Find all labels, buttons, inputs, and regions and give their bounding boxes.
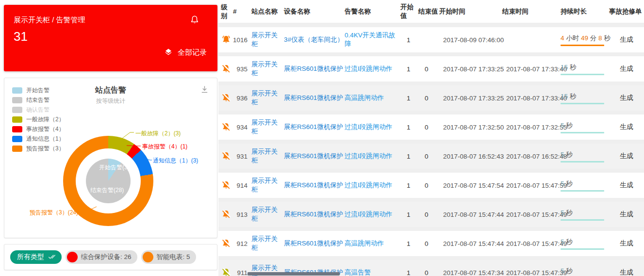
duration-text: 5 秒 [561, 267, 609, 276]
legend-item[interactable]: 确认告警 [12, 105, 65, 114]
table-row[interactable]: 914 展示开关柜 展柜RS601微机保护 过流I段跳闸动作 1 0 2017-… [218, 173, 644, 198]
site-link[interactable]: 展示开关柜 [251, 235, 278, 251]
filter-chip-all-types[interactable]: 所有类型 [10, 250, 62, 264]
alarm-name-link[interactable]: 高温告警 [345, 269, 371, 276]
legend-item[interactable]: 一般故障（2） [12, 114, 65, 124]
alarm-id: 935 [233, 65, 251, 73]
start-time: 2017-08-07 15:47:54 [439, 182, 502, 189]
double-check-icon [48, 253, 56, 262]
start-value: 1 [400, 65, 418, 73]
table-row[interactable]: 912 展示开关柜 展柜RS601微机保护 高温跳闸动作 1 0 2017-08… [218, 231, 644, 256]
device-link[interactable]: 展柜RS601微机保护 [284, 181, 343, 189]
generate-button[interactable]: 生成 [620, 239, 633, 247]
alarm-name-link[interactable]: 过流I段跳闸动作 [345, 123, 392, 130]
generate-button[interactable]: 生成 [620, 35, 633, 43]
device-link[interactable]: 展柜RS601微机保护 [284, 65, 343, 72]
duration-text: 15 秒 [561, 92, 609, 101]
generate-button[interactable]: 生成 [620, 268, 633, 276]
table-row[interactable]: 935 展示开关柜 展柜RS601微机保护 过流I段跳闸动作 1 0 2017-… [218, 56, 644, 81]
end-time: 2017-08-07 17:32:55 [502, 124, 561, 131]
generate-button[interactable]: 生成 [620, 94, 633, 101]
table-row[interactable]: 936 展示开关柜 展柜RS601微机保护 高温跳闸动作 1 0 2017-08… [218, 85, 644, 111]
alarm-name-link[interactable]: 过流I段跳闸动作 [345, 211, 392, 218]
device-link[interactable]: 展柜RS601微机保护 [284, 123, 343, 130]
alarm-id: 931 [233, 153, 251, 160]
duration-text: 4 小时 49 分 8 秒 [561, 34, 609, 43]
duration-text: 5 秒 [561, 179, 609, 188]
legend-item[interactable]: 结束告警 [12, 95, 65, 105]
table-row[interactable]: 934 展示开关柜 展柜RS601微机保护 过流I段跳闸动作 1 0 2017-… [218, 114, 644, 140]
site-link[interactable]: 展示开关柜 [251, 119, 278, 135]
breadcrumb: 展示开关柜 / 告警管理 [14, 16, 85, 25]
bell-off-icon [221, 68, 231, 76]
alarm-id: 913 [233, 211, 251, 218]
device-link[interactable]: 展柜RS601微机保护 [284, 152, 343, 160]
legend-item[interactable]: 事故报警（4） [12, 124, 65, 134]
site-link[interactable]: 展示开关柜 [251, 90, 278, 106]
bell-off-icon [221, 97, 231, 105]
end-time: 2017-08-07 15:47:59 [502, 182, 561, 189]
alarm-name-link[interactable]: 高温跳闸动作 [345, 240, 384, 247]
alarm-name-link[interactable]: 过流I段跳闸动作 [345, 181, 392, 189]
site-link[interactable]: 展示开关柜 [251, 61, 278, 77]
duration-cell: 5 秒 [561, 267, 609, 276]
legend-swatch [12, 136, 22, 142]
start-value: 1 [400, 269, 418, 276]
end-value: 0 [418, 153, 439, 160]
table-row[interactable]: 913 展示开关柜 展柜RS601微机保护 过流I段跳闸动作 1 0 2017-… [218, 202, 644, 227]
start-value: 1 [400, 153, 418, 160]
generate-button[interactable]: 生成 [620, 210, 633, 218]
duration-cell: 5 秒 [561, 209, 609, 221]
legend-label: 通知信息（1） [26, 135, 65, 143]
alarm-name-link[interactable]: 过流I段跳闸动作 [345, 152, 392, 160]
header-cell: 站点名称 [251, 7, 284, 16]
duration-text: 5 秒 [561, 121, 609, 130]
device-link[interactable]: 展柜RS601微机保护 [284, 94, 343, 101]
site-link[interactable]: 展示开关柜 [251, 148, 278, 164]
legend-swatch [12, 107, 22, 113]
filter-chip[interactable]: 综合保护设备: 26 [66, 250, 137, 264]
generate-button[interactable]: 生成 [620, 123, 633, 130]
level-cell [218, 64, 233, 74]
site-link[interactable]: 展示开关柜 [251, 32, 278, 48]
generate-button[interactable]: 生成 [620, 181, 633, 189]
site-link[interactable]: 展示开关柜 [251, 177, 278, 193]
alarm-name-link[interactable]: 过流I段跳闸动作 [345, 65, 392, 72]
site-link[interactable]: 展示开关柜 [251, 206, 278, 222]
table-row[interactable]: 931 展示开关柜 展柜RS601微机保护 过流I段跳闸动作 1 0 2017-… [218, 144, 644, 169]
start-time: 2017-08-07 16:52:43 [439, 153, 502, 160]
horizontal-scrollbar-thumb[interactable] [248, 272, 340, 276]
alarm-id: 912 [233, 240, 251, 247]
header-cell: 开始值 [400, 3, 418, 20]
legend-label: 开始告警 [26, 86, 50, 95]
all-records-button[interactable]: 全部记录 [164, 48, 207, 58]
alarm-id: 934 [233, 124, 251, 131]
end-time: 2017-08-07 17:33:40 [502, 65, 561, 73]
legend-item[interactable]: 预告报警（3） [12, 144, 65, 153]
duration-cell: 5 秒 [561, 238, 609, 250]
header-cell: 设备名称 [284, 7, 345, 16]
device-link[interactable]: 展柜RS601微机保护 [284, 240, 343, 247]
download-icon[interactable] [199, 84, 210, 95]
legend-swatch [12, 97, 22, 103]
filter-chip[interactable]: 智能电表: 5 [141, 250, 196, 264]
device-link[interactable]: 展柜RS601微机保护 [284, 211, 343, 218]
start-time: 2017-08-07 17:33:25 [439, 65, 502, 73]
alarm-name-link[interactable]: 0.4KV开关通讯故障 [345, 32, 395, 48]
legend-item[interactable]: 开始告警 [12, 85, 65, 95]
header-cell: 事故抢修单 [609, 7, 644, 16]
generate-button[interactable]: 生成 [620, 65, 633, 72]
table-row[interactable]: 1016 展示开关柜 3#仪表（老车间北） 0.4KV开关通讯故障 1 2017… [218, 27, 644, 52]
table-header: 级别#站点名称设备名称告警名称开始值结束值开始时间结束时间持续时长事故抢修单 [218, 0, 644, 23]
bell-off-icon [221, 272, 231, 276]
legend-item[interactable]: 通知信息（1） [12, 134, 65, 144]
inner-pie-label: 开始告警(3) [99, 163, 130, 172]
device-link[interactable]: 3#仪表（老车间北） [284, 36, 344, 43]
donut-callout-label: 预告报警（3）(24) [30, 209, 78, 217]
bell-icon[interactable] [189, 15, 200, 25]
header-cell: 开始时间 [439, 7, 502, 16]
end-value: 0 [418, 124, 439, 131]
generate-button[interactable]: 生成 [620, 152, 633, 160]
bell-off-icon [221, 243, 231, 250]
alarm-name-link[interactable]: 高温跳闸动作 [345, 94, 384, 101]
